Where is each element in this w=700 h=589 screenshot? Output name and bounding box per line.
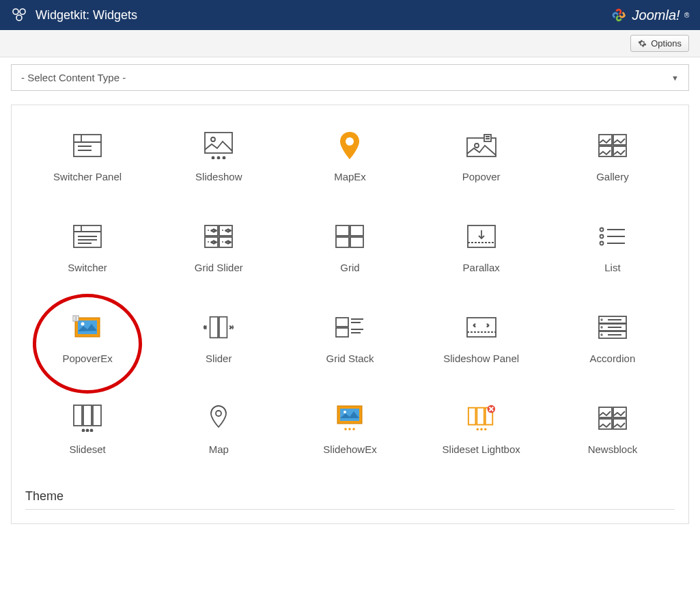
newsblock-icon <box>598 405 628 431</box>
svg-rect-3 <box>74 135 101 156</box>
svg-point-0 <box>13 9 18 14</box>
widget-item-grid[interactable]: Grid <box>288 217 412 280</box>
svg-point-6 <box>212 157 214 159</box>
svg-point-31 <box>600 228 603 232</box>
svg-point-33 <box>600 242 603 245</box>
widget-label: Newsblock <box>588 443 638 455</box>
widget-item-slider[interactable]: ‹›Slider <box>156 307 281 371</box>
widget-item-gallery[interactable]: Gallery <box>550 126 675 189</box>
gallery-icon <box>598 133 628 159</box>
app-header: Widgetkit: Widgets Joomla! ® <box>0 0 700 30</box>
svg-rect-26 <box>336 225 349 236</box>
widget-panel: Switcher PanelSlideshowMapExPopoverGalle… <box>11 105 689 524</box>
page-title: Widgetkit: Widgets <box>36 8 137 23</box>
content: - Select Content Type - ▼ Switcher Panel… <box>0 57 700 524</box>
parallax-icon <box>466 223 496 249</box>
widget-label: Slideshow Panel <box>443 353 519 364</box>
widget-item-slideshow[interactable]: Slideshow <box>156 126 281 189</box>
widget-label: Switcher <box>68 262 107 273</box>
slideshow-icon <box>204 133 234 159</box>
widget-label: Slider <box>206 353 232 364</box>
header-left: Widgetkit: Widgets <box>11 7 137 23</box>
widget-item-mapex[interactable]: MapEx <box>288 126 412 189</box>
svg-text:‹: ‹ <box>473 322 475 329</box>
svg-point-67 <box>476 428 478 430</box>
svg-point-2 <box>16 15 22 20</box>
list-icon <box>598 223 628 249</box>
widget-item-map[interactable]: Map <box>156 398 281 462</box>
widget-label: Grid Slider <box>195 262 243 273</box>
toolbar: Options <box>0 30 700 57</box>
widget-item-slideshow-panel[interactable]: ‹›Slideshow Panel <box>419 307 544 371</box>
widget-label: Grid Stack <box>326 353 374 364</box>
svg-text:‹: ‹ <box>204 323 206 331</box>
svg-point-54 <box>87 430 89 432</box>
widget-item-accordion[interactable]: Accordion <box>550 307 675 371</box>
widget-item-switcher[interactable]: Switcher <box>25 217 150 280</box>
widget-label: Accordion <box>590 353 636 364</box>
svg-point-5 <box>211 137 215 141</box>
joomla-icon <box>609 5 628 25</box>
widget-item-newsblock[interactable]: Newsblock <box>550 398 675 462</box>
accordion-icon <box>598 314 628 340</box>
svg-point-59 <box>344 411 346 413</box>
widget-item-popover[interactable]: Popover <box>419 126 544 189</box>
highlight-circle <box>33 294 142 394</box>
svg-point-60 <box>345 428 348 430</box>
svg-point-61 <box>349 428 352 430</box>
svg-point-8 <box>223 157 225 159</box>
svg-point-11 <box>475 143 479 148</box>
switcher-panel-icon <box>72 133 102 159</box>
widget-label: PopoverEx <box>62 353 112 364</box>
content-type-select[interactable]: - Select Content Type - ▼ <box>11 64 689 91</box>
svg-point-55 <box>91 430 93 432</box>
slideshowex-icon <box>335 405 365 431</box>
widget-label: Grid <box>340 262 359 273</box>
svg-text:›: › <box>487 322 489 329</box>
switcher-icon <box>72 223 102 249</box>
widget-item-parallax[interactable]: Parallax <box>419 217 544 280</box>
widget-item-slideset-lightbox[interactable]: Slideset Lightbox <box>419 398 544 462</box>
widget-label: SlidehowEx <box>323 443 376 455</box>
svg-point-68 <box>480 428 482 430</box>
svg-rect-63 <box>468 408 476 425</box>
theme-heading: Theme <box>25 489 675 510</box>
svg-text:<>: <> <box>225 240 231 245</box>
widget-item-switcher-panel[interactable]: Switcher Panel <box>25 126 150 189</box>
widget-item-slideshowex[interactable]: SlidehowEx <box>288 398 412 462</box>
svg-rect-4 <box>205 133 232 153</box>
slideset-icon <box>72 405 102 431</box>
svg-rect-29 <box>350 237 363 247</box>
svg-rect-52 <box>93 405 101 426</box>
svg-point-53 <box>83 430 85 432</box>
svg-text:›: › <box>230 323 232 331</box>
gear-icon <box>638 39 647 48</box>
joomla-logo: Joomla! ® <box>609 5 689 25</box>
widget-label: MapEx <box>334 171 366 182</box>
widget-item-grid-stack[interactable]: Grid Stack <box>288 307 412 371</box>
widget-grid: Switcher PanelSlideshowMapExPopoverGalle… <box>25 126 675 462</box>
widget-label: Map <box>209 443 229 455</box>
chevron-down-icon: ▼ <box>671 74 679 82</box>
widget-item-popoverex[interactable]: PopoverEx <box>25 307 150 371</box>
svg-rect-42 <box>336 318 348 327</box>
options-button[interactable]: Options <box>630 35 689 52</box>
svg-rect-43 <box>336 328 348 337</box>
popover-icon <box>466 133 496 159</box>
widget-item-list[interactable]: List <box>550 217 675 280</box>
slider-icon: ‹› <box>204 314 234 340</box>
svg-point-56 <box>216 411 221 416</box>
svg-rect-44 <box>467 318 496 337</box>
svg-rect-51 <box>83 405 92 426</box>
svg-point-7 <box>218 157 220 159</box>
widget-item-slideset[interactable]: Slideset <box>25 398 150 462</box>
widgetkit-icon <box>11 7 27 23</box>
widget-item-grid-slider[interactable]: <><><><>Grid Slider <box>156 217 281 280</box>
svg-point-1 <box>20 9 25 14</box>
svg-point-9 <box>346 137 354 146</box>
svg-rect-28 <box>336 237 349 247</box>
popoverex-icon <box>72 314 102 340</box>
mapex-icon <box>335 133 365 159</box>
map-icon <box>204 405 234 431</box>
slideshow-panel-icon: ‹› <box>466 314 496 340</box>
